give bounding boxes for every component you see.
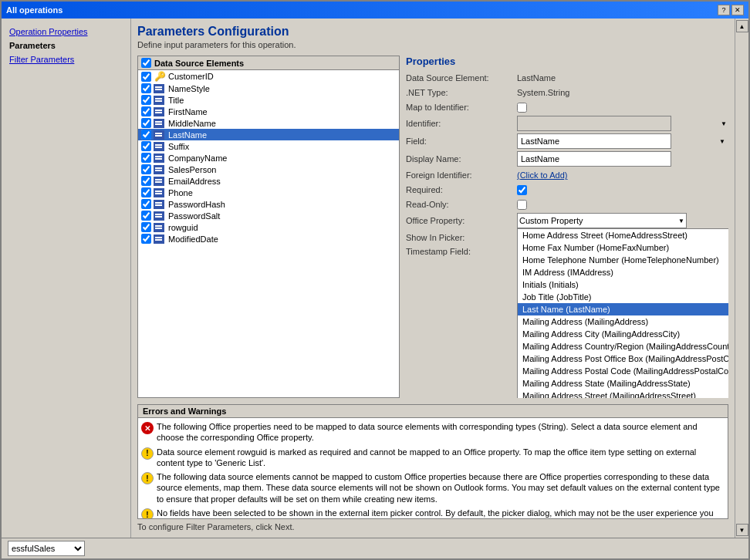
prop-check-mapid[interactable] <box>517 103 527 113</box>
ds-check-Title[interactable] <box>141 95 151 105</box>
ds-label-PasswordSalt: PasswordSalt <box>168 211 220 221</box>
prop-check-readonly[interactable] <box>517 200 527 210</box>
ds-check-LastName[interactable] <box>141 130 151 140</box>
footer-text: To configure Filter Parameters, click Ne… <box>137 522 728 531</box>
ds-check-rowguid[interactable] <box>141 222 151 232</box>
error-text-3: No fields have been selected to be shown… <box>157 508 725 518</box>
error-text-1: Data source element rowguid is marked as… <box>157 447 725 469</box>
nav-parameters[interactable]: Parameters <box>5 39 127 52</box>
ds-check-PasswordHash[interactable] <box>141 199 151 209</box>
dropdown-item-LastName[interactable]: Last Name (LastName) <box>518 303 728 315</box>
dropdown-item-HomeFaxNumber[interactable]: Home Fax Number (HomeFaxNumber) <box>518 241 728 254</box>
field-icon-Suffix <box>154 142 166 151</box>
scroll-up-button[interactable]: ▲ <box>736 20 748 32</box>
prop-label-field: Field: <box>406 135 514 147</box>
prop-label-displayname: Display Name: <box>406 153 514 165</box>
ds-check-CustomerID[interactable] <box>141 72 151 82</box>
prop-check-required[interactable] <box>517 185 527 195</box>
field-icon-SalesPerson <box>154 165 166 174</box>
datasource-item-rowguid[interactable]: rowguid <box>138 221 399 233</box>
help-button[interactable]: ? <box>718 5 730 15</box>
dropdown-item-MailingAddressCity[interactable]: Mailing Address City (MailingAddressCity… <box>518 328 728 340</box>
bottom-bar: essfulSales <box>2 538 748 558</box>
ds-check-FirstName[interactable] <box>141 106 151 116</box>
dropdown-item-MailingAddressStreet[interactable]: Mailing Address Street (MailingAddressSt… <box>518 390 728 398</box>
ds-check-Suffix[interactable] <box>141 141 151 151</box>
prop-select-field[interactable]: LastName <box>517 133 671 149</box>
ds-label-PasswordHash: PasswordHash <box>168 200 225 209</box>
bottom-select[interactable]: essfulSales <box>8 541 85 556</box>
nav-operation-properties[interactable]: Operation Properties <box>5 25 127 39</box>
ds-check-NameStyle[interactable] <box>141 83 151 93</box>
ds-check-PasswordSalt[interactable] <box>141 211 151 221</box>
datasource-item-Title[interactable]: Title <box>138 94 399 106</box>
ds-label-LastName: LastName <box>168 130 207 140</box>
prop-label-officeprop: Office Property: <box>406 214 514 227</box>
field-icon-EmailAddress <box>154 177 166 186</box>
prop-link-foreignid[interactable]: (Click to Add) <box>517 170 728 180</box>
ds-check-Phone[interactable] <box>141 187 151 197</box>
dropdown-item-MailingAddressCountry[interactable]: Mailing Address Country/Region (MailingA… <box>518 340 728 353</box>
datasource-item-MiddleName[interactable]: MiddleName <box>138 117 399 129</box>
dropdown-item-HomeTelephoneNumber[interactable]: Home Telephone Number (HomeTelephoneNumb… <box>518 254 728 266</box>
field-icon-PasswordSalt <box>154 211 166 221</box>
prop-label-identifier: Identifier: <box>406 117 514 130</box>
dropdown-item-MailingAddressState[interactable]: Mailing Address State (MailingAddressSta… <box>518 377 728 390</box>
nav-filter-parameters[interactable]: Filter Parameters <box>5 52 127 66</box>
close-button[interactable]: ✕ <box>731 5 744 15</box>
prop-input-displayname[interactable] <box>517 151 671 167</box>
ds-check-MiddleName[interactable] <box>141 118 151 128</box>
main-content: Operation Properties Parameters Filter P… <box>2 19 748 538</box>
dropdown-item-MailingAddress[interactable]: Mailing Address (MailingAddress) <box>518 315 728 328</box>
error-item-0: ✕The following Office properties need to… <box>141 421 725 444</box>
datasource-item-NameStyle[interactable]: NameStyle <box>138 83 399 94</box>
datasource-item-FirstName[interactable]: FirstName <box>138 106 399 117</box>
field-icon-LastName <box>154 130 166 140</box>
ds-label-MiddleName: MiddleName <box>168 119 216 128</box>
dropdown-item-HomeAddressStreet[interactable]: Home Address Street (HomeAddressStreet) <box>518 229 728 241</box>
datasource-item-PasswordHash[interactable]: PasswordHash <box>138 198 399 210</box>
page-title: Parameters Configuration <box>137 25 728 39</box>
warning-icon-1: ! <box>141 447 154 460</box>
office-property-value: Custom Property <box>519 216 583 225</box>
datasource-item-CustomerID[interactable]: 🔑CustomerID <box>138 70 399 83</box>
prop-value-nettype: System.String <box>517 86 728 99</box>
ds-check-SalesPerson[interactable] <box>141 164 151 174</box>
errors-content: ✕The following Office properties need to… <box>138 418 728 518</box>
ds-label-Title: Title <box>168 96 184 105</box>
ds-check-CompanyName[interactable] <box>141 153 151 163</box>
error-item-1: !Data source element rowguid is marked a… <box>141 447 725 469</box>
dropdown-item-MailingAddressPostOfficeBox[interactable]: Mailing Address Post Office Box (Mailing… <box>518 353 728 365</box>
title-bar-buttons: ? ✕ <box>718 5 744 15</box>
datasource-header: Data Source Elements <box>138 56 399 70</box>
datasource-item-LastName[interactable]: LastName <box>138 129 399 140</box>
errors-panel: Errors and Warnings ✕The following Offic… <box>137 404 728 519</box>
dropdown-item-MailingAddressPostalCode[interactable]: Mailing Address Postal Code (MailingAddr… <box>518 365 728 377</box>
datasource-item-EmailAddress[interactable]: EmailAddress <box>138 175 399 187</box>
datasource-item-SalesPerson[interactable]: SalesPerson <box>138 164 399 175</box>
main-window: All operations ? ✕ Operation Properties … <box>0 0 750 560</box>
field-icon-rowguid <box>154 223 166 232</box>
datasource-item-Phone[interactable]: Phone <box>138 187 399 198</box>
properties-title: Properties <box>406 56 728 67</box>
ds-check-EmailAddress[interactable] <box>141 176 151 186</box>
dropdown-item-JobTitle[interactable]: Job Title (JobTitle) <box>518 291 728 303</box>
office-property-select[interactable]: Custom Property ▼ <box>517 213 687 228</box>
dropdown-item-Initials[interactable]: Initials (Initials) <box>518 278 728 291</box>
ds-check-ModifiedDate[interactable] <box>141 234 151 244</box>
datasource-item-ModifiedDate[interactable]: ModifiedDate <box>138 233 399 245</box>
prop-label-datasource: Data Source Element: <box>406 72 514 84</box>
prop-label-timestamp: Timestamp Field: <box>406 245 514 258</box>
warning-icon-2: ! <box>141 472 154 484</box>
error-text-2: The following data source elements canno… <box>157 471 725 504</box>
field-icon-ModifiedDate <box>154 234 166 244</box>
ds-label-SalesPerson: SalesPerson <box>168 165 216 174</box>
prop-label-showpicker: Show In Picker: <box>406 231 514 244</box>
datasource-item-PasswordSalt[interactable]: PasswordSalt <box>138 210 399 221</box>
scroll-down-button[interactable]: ▼ <box>736 524 748 536</box>
datasource-select-all[interactable] <box>141 58 151 68</box>
datasource-item-CompanyName[interactable]: CompanyName <box>138 152 399 164</box>
dropdown-item-IMAddress[interactable]: IM Address (IMAddress) <box>518 266 728 278</box>
datasource-item-Suffix[interactable]: Suffix <box>138 140 399 152</box>
field-icon-CompanyName <box>154 153 166 163</box>
